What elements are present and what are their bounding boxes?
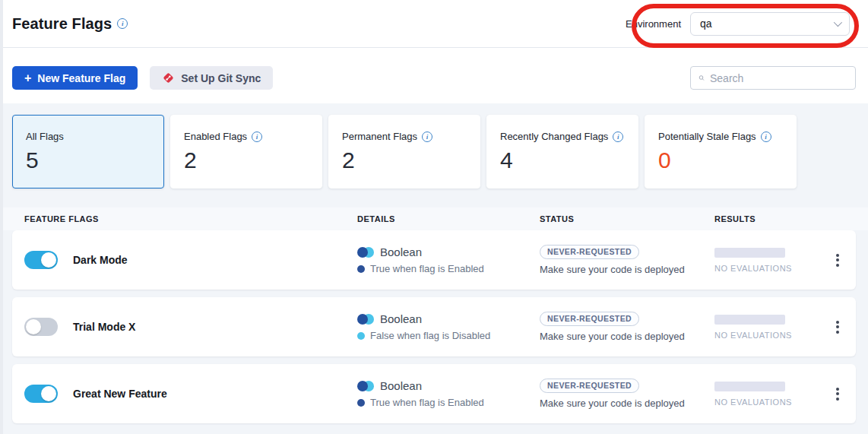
flag-name[interactable]: Dark Mode: [73, 254, 128, 266]
flag-value-summary: True when flag is Enabled: [370, 397, 484, 408]
flag-type-label: Boolean: [380, 246, 422, 258]
flag-toggle[interactable]: [24, 385, 58, 403]
column-header-feature-flags: FEATURE FLAGS: [24, 214, 357, 223]
value-dot-icon: [357, 332, 365, 340]
stat-card-all-flags[interactable]: All Flags 5: [12, 115, 164, 188]
stat-value: 0: [658, 147, 796, 173]
chevron-down-icon: [834, 18, 842, 27]
table-row: Great New Feature Boolean True when flag…: [12, 364, 856, 423]
stat-card-enabled-flags[interactable]: Enabled Flags i 2: [170, 115, 322, 188]
results-label: NO EVALUATIONS: [714, 398, 819, 407]
title-bar: Feature Flags i Environment qa: [0, 0, 868, 48]
page-title: Feature Flags: [12, 15, 112, 33]
toolbar: + New Feature Flag Set Up Git Sync: [0, 48, 868, 103]
search-box: [690, 66, 856, 90]
stat-value: 4: [500, 147, 638, 173]
flag-name[interactable]: Trial Mode X: [73, 321, 135, 333]
search-input[interactable]: [710, 72, 847, 84]
boolean-type-icon: [357, 247, 374, 258]
status-message: Make sure your code is deployed: [540, 331, 685, 342]
stat-value: 5: [26, 147, 163, 173]
search-icon: [699, 72, 705, 84]
row-menu-kebab-icon[interactable]: [833, 318, 842, 337]
stat-label: All Flags: [26, 131, 64, 142]
flag-type-label: Boolean: [380, 379, 422, 392]
stat-label: Enabled Flags: [184, 131, 247, 142]
stat-value: 2: [184, 147, 322, 173]
stat-label: Recently Changed Flags: [500, 131, 608, 142]
status-badge: NEVER-REQUESTED: [540, 312, 639, 326]
status-message: Make sure your code is deployed: [540, 264, 685, 275]
flag-toggle[interactable]: [24, 318, 58, 336]
flag-value-summary: False when flag is Disabled: [370, 330, 490, 341]
flag-toggle[interactable]: [24, 251, 58, 269]
stat-cards-row: All Flags 5 Enabled Flags i 2 Permanent …: [0, 103, 868, 188]
stat-label: Potentially Stale Flags: [658, 131, 756, 142]
page-header: Feature Flags i Environment qa + New Fea…: [0, 0, 868, 103]
info-icon[interactable]: i: [761, 131, 771, 142]
table-row: Dark Mode Boolean True when flag is Enab…: [12, 230, 856, 290]
boolean-type-icon: [357, 314, 374, 325]
new-feature-flag-button[interactable]: + New Feature Flag: [12, 66, 138, 90]
results-label: NO EVALUATIONS: [714, 331, 819, 340]
results-label: NO EVALUATIONS: [714, 264, 819, 273]
environment-dropdown[interactable]: qa: [690, 12, 850, 36]
table-row: Trial Mode X Boolean False when flag is …: [12, 297, 856, 356]
environment-selector-group: Environment qa: [626, 12, 850, 36]
environment-value: qa: [700, 17, 712, 30]
stat-label: Permanent Flags: [342, 131, 417, 142]
status-badge: NEVER-REQUESTED: [540, 245, 639, 259]
flag-name[interactable]: Great New Feature: [73, 388, 167, 400]
setup-git-sync-label: Set Up Git Sync: [181, 72, 261, 84]
plus-icon: +: [24, 72, 31, 84]
column-header-status: STATUS: [540, 214, 714, 223]
info-icon[interactable]: i: [252, 131, 262, 142]
results-placeholder-bar: [714, 248, 785, 258]
info-icon[interactable]: i: [613, 131, 623, 142]
stat-value: 2: [342, 147, 480, 173]
flag-type-label: Boolean: [380, 312, 422, 325]
value-dot-icon: [357, 265, 365, 273]
row-menu-kebab-icon[interactable]: [833, 385, 842, 404]
column-header-results: RESULTS: [714, 214, 832, 223]
table-header: FEATURE FLAGS DETAILS STATUS RESULTS: [0, 207, 868, 230]
boolean-type-icon: [357, 381, 374, 391]
sidebar-edge: [0, 0, 3, 434]
new-feature-flag-label: New Feature Flag: [37, 72, 125, 84]
flag-value-summary: True when flag is Enabled: [370, 263, 484, 274]
results-placeholder-bar: [714, 315, 785, 325]
results-placeholder-bar: [714, 382, 785, 391]
git-logo-icon: [162, 71, 175, 84]
stat-card-recently-changed-flags[interactable]: Recently Changed Flags i 4: [486, 115, 638, 188]
value-dot-icon: [357, 399, 365, 407]
environment-label: Environment: [626, 18, 681, 30]
stat-card-potentially-stale-flags[interactable]: Potentially Stale Flags i 0: [645, 115, 797, 188]
stat-card-permanent-flags[interactable]: Permanent Flags i 2: [328, 115, 480, 188]
column-header-details: DETAILS: [357, 214, 540, 223]
setup-git-sync-button[interactable]: Set Up Git Sync: [150, 66, 273, 90]
status-message: Make sure your code is deployed: [540, 398, 685, 409]
row-menu-kebab-icon[interactable]: [833, 251, 842, 270]
info-icon[interactable]: i: [422, 131, 432, 142]
status-badge: NEVER-REQUESTED: [540, 379, 639, 393]
title-info-icon[interactable]: i: [117, 18, 128, 29]
